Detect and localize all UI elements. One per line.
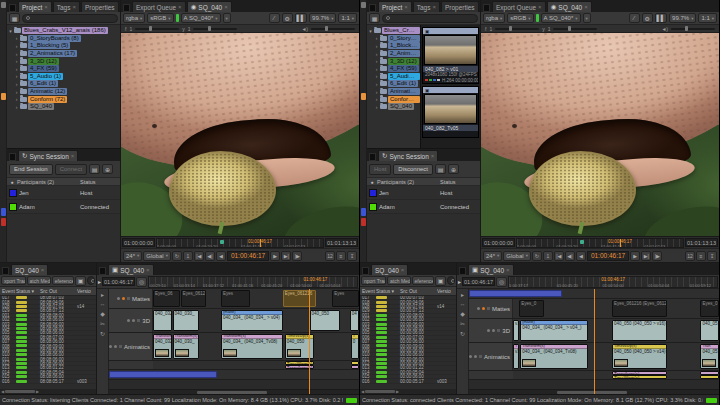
timeline-clip[interactable]: ▪Transform(s) 040_034_ (040_034_Tv08) (221, 334, 283, 359)
track-header[interactable]: Mattes (469, 299, 513, 318)
col-version[interactable]: Versio (437, 288, 456, 294)
zoom-level-dropdown[interactable]: 99.7%▾ (669, 13, 696, 23)
aspect-dropdown[interactable]: 1:1▾ (338, 13, 357, 23)
timeline-clip[interactable]: ▪ TimeWarp(s) (612, 375, 668, 379)
enable-icon[interactable] (482, 307, 485, 310)
timeline-clip[interactable]: ▪ 040_05 (700, 320, 719, 341)
expand-icon[interactable]: › (374, 104, 379, 110)
tree-item[interactable]: › 3_3D (12) (368, 57, 420, 65)
step-back-button[interactable]: ◀ (216, 251, 226, 261)
retime-tool-icon[interactable]: ↻ (460, 330, 465, 337)
range-dropdown[interactable]: Global▾ (503, 251, 531, 261)
panel-dock-icon[interactable] (362, 267, 369, 275)
timeline-clip[interactable]: ▪ 040_032 (153, 310, 172, 331)
gutter-mark[interactable] (361, 208, 366, 216)
timeline-clip[interactable]: ▪Transform(s) 040_034_ (040_034_Tv08) (520, 344, 588, 369)
fps-dropdown[interactable]: 24*▾ (123, 251, 142, 261)
tree-item[interactable]: › 0_StoryBoards (8) (8, 35, 120, 43)
panel-dock-icon[interactable] (99, 267, 106, 275)
tab-export-queue[interactable]: Export Queue× (492, 1, 546, 12)
bin-search-input[interactable] (22, 14, 118, 23)
gear-icon[interactable]: ⚙ (282, 13, 293, 23)
tree-item[interactable]: › Conform (72) (368, 95, 420, 103)
timeline-clip[interactable]: ▪Tran 040_05 (700, 344, 719, 369)
tree-item[interactable]: › 6_Edit (1) (368, 80, 420, 88)
timeline-clip[interactable]: ▪ 04 (350, 310, 359, 331)
participant-row[interactable]: Jen Host (7, 186, 120, 200)
goto-start-button[interactable]: |◀ (194, 251, 204, 261)
expand-icon[interactable]: › (14, 58, 19, 64)
step-forward-button[interactable]: ▶ (270, 251, 280, 261)
scrub-start-timecode[interactable]: 01:00:00:00 (122, 238, 155, 247)
slip-tool-icon[interactable]: ↔ (460, 301, 466, 307)
loop-icon[interactable]: ↻ (172, 251, 182, 261)
close-icon[interactable]: × (41, 267, 45, 273)
panel-dock-icon[interactable] (9, 4, 16, 12)
event-row[interactable]: 016 00:00:05:17 v003 (360, 379, 456, 383)
timeline-scrollbar[interactable] (109, 389, 359, 394)
gain-slider[interactable] (135, 28, 179, 30)
sync-action-button[interactable]: End Session (9, 164, 53, 175)
lock-icon[interactable] (137, 319, 140, 322)
tree-item[interactable]: › SQ_040 (8, 103, 120, 111)
gain-value[interactable]: 1 (129, 26, 132, 32)
tree-item[interactable]: › 2_Animatics (17) (368, 50, 420, 58)
snap-icon[interactable]: ◎ (136, 277, 147, 287)
timeline-clip[interactable]: ▪ 040_030_ (173, 310, 200, 331)
close-icon[interactable]: × (71, 153, 75, 159)
participant-row[interactable]: Jen Host (367, 186, 480, 200)
panel-dock-icon[interactable] (369, 4, 376, 12)
gutter-mark[interactable] (1, 2, 6, 8)
sync-action-button[interactable]: Connect (55, 164, 87, 175)
aspect-dropdown[interactable]: 1:1▾ (698, 13, 717, 23)
timeline-clip[interactable]: ▪ Eyes (221, 290, 250, 307)
participant-row[interactable]: Adam Connected (367, 200, 480, 214)
timeline-clip[interactable]: ▪Transform(s) 040_032 (153, 334, 172, 359)
panel-dock-icon[interactable] (9, 153, 16, 161)
frame-increment-button[interactable]: 1 (183, 251, 193, 261)
tab-export-queue[interactable]: Export Queue× (132, 1, 186, 12)
event-row[interactable]: 016 08:08:05:17 v003 (0, 379, 96, 383)
tab-sync-session[interactable]: ↻Sync Session× (378, 150, 438, 161)
tree-item[interactable]: › 3_3D (12) (8, 57, 120, 65)
pause-refresh-icon[interactable]: ▌▌ (655, 13, 668, 23)
speaker-icon[interactable]: ◄) (301, 26, 308, 32)
fps-dropdown[interactable]: 24*▾ (483, 251, 502, 261)
link-icon[interactable] (109, 345, 112, 348)
timeline-clip[interactable]: ▪(matte) 040_034_ (040_034_ > v04) (221, 310, 283, 331)
expand-icon[interactable]: › (374, 35, 379, 41)
timeline-clip[interactable]: ▪ (351, 365, 359, 369)
tree-item[interactable]: › 0_StoryBoards (8) (368, 35, 420, 43)
step-forward-button[interactable]: ▶ (630, 251, 640, 261)
lock-icon[interactable] (479, 355, 482, 358)
slip-tool-icon[interactable]: ↔ (100, 301, 106, 307)
gain-value[interactable]: 1 (489, 26, 492, 32)
frame-step-button[interactable]: 12 (325, 251, 335, 261)
timeline-clip[interactable]: ▪ v1 (513, 320, 519, 341)
channels-dropdown[interactable]: rgba▾ (123, 13, 145, 23)
panel-dock-icon[interactable] (2, 267, 9, 275)
expand-icon[interactable]: › (14, 51, 19, 57)
pause-refresh-icon[interactable]: ▌▌ (295, 13, 308, 23)
close-icon[interactable]: × (401, 267, 405, 273)
retime-tool-icon[interactable]: ↻ (100, 330, 105, 337)
tree-item[interactable]: › 4_FX (59) (8, 65, 120, 73)
tree-item[interactable]: › Animatic (12) (8, 88, 120, 96)
close-icon[interactable]: × (432, 4, 436, 10)
clipboard-icon[interactable]: ▤ (435, 164, 446, 174)
input-dropdown[interactable]: A SQ_040*▾ (541, 13, 581, 23)
timeline-clip[interactable]: ▪ Eyes_0 (519, 300, 544, 317)
gain-slider[interactable] (495, 28, 539, 30)
col-src-out[interactable]: Src Out (40, 288, 77, 294)
panel-dock-icon[interactable] (123, 4, 130, 12)
gutter-mark[interactable] (361, 2, 366, 8)
expand-icon[interactable]: › (14, 43, 19, 49)
gutter-mark[interactable] (361, 218, 366, 226)
timeline-ruler[interactable]: 01:00:29:1001:00:33:1401:00:37:1201:00:4… (148, 276, 358, 288)
view-mode-icon[interactable]: ▦ (369, 13, 380, 23)
close-icon[interactable]: × (178, 4, 182, 10)
colorspace-dropdown[interactable]: sRGB▾ (507, 13, 533, 23)
col-event[interactable]: Event (0, 288, 16, 294)
timeline-clip[interactable]: ▪ (700, 375, 719, 379)
options-icon[interactable]: ▣ (435, 276, 446, 286)
